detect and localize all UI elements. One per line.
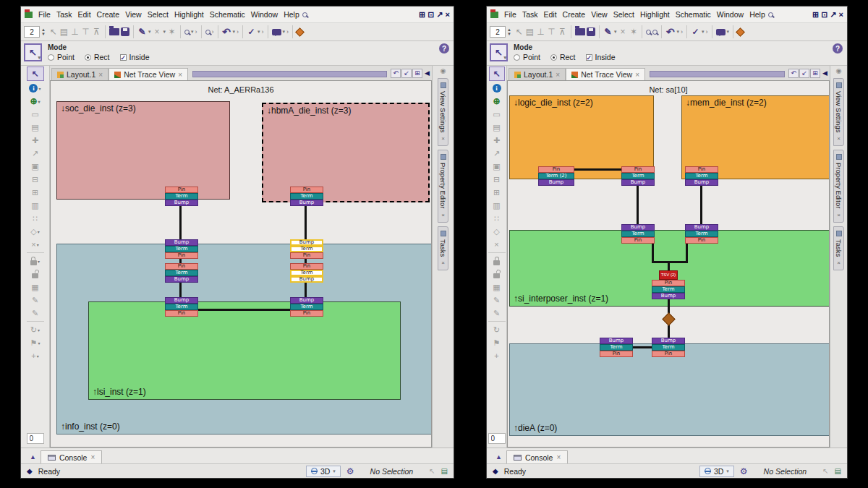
open-icon[interactable] [109, 28, 119, 35]
pin-row[interactable]: Pin [685, 237, 718, 244]
chevron-icon[interactable]: › [681, 28, 683, 35]
dropdown-icon[interactable]: ▾ [191, 29, 194, 35]
zoom-tool[interactable]: ⊕▾ [21, 95, 49, 108]
connector-stack-lsi-right[interactable]: Bump Term Pin [290, 297, 323, 317]
close-panel-icon[interactable]: × [440, 260, 446, 266]
depth-spinner[interactable] [490, 26, 506, 38]
connector-stack-info-top-right-highlighted[interactable]: Bump Term Pin [290, 239, 323, 259]
status-select-icon[interactable]: ↖ [822, 467, 828, 475]
collapse-panel-icon[interactable]: ◀ [822, 69, 827, 77]
dropdown-icon[interactable]: ▾ [676, 29, 679, 35]
popout-icon[interactable]: ↗ [830, 11, 836, 19]
menu-help[interactable]: Help [281, 9, 302, 20]
chevron-icon[interactable]: › [706, 28, 708, 35]
pick-tool-icon[interactable]: ↖ [514, 27, 524, 37]
align-top-icon[interactable]: ⊤ [81, 27, 90, 37]
point-radio[interactable] [514, 54, 520, 61]
properties-tool[interactable]: ▤ [487, 121, 506, 134]
delete-tool[interactable]: × [487, 238, 506, 251]
pick-tool-icon[interactable]: ↖ [48, 27, 58, 37]
bump-row[interactable]: Bump [165, 276, 198, 283]
connector-stack-info-mid-right-highlighted[interactable]: Pin Term Bump [290, 263, 323, 283]
draw-icon[interactable]: ✎ [137, 27, 147, 37]
bump-row-highlighted[interactable]: Bump [290, 239, 323, 246]
tab-net-trace-view[interactable]: Net Trace View× [109, 68, 188, 80]
pin-row[interactable]: Pin [652, 351, 685, 357]
close-tab-icon[interactable]: × [98, 71, 103, 79]
properties-tool[interactable]: ▤ [21, 121, 49, 134]
inside-checkbox[interactable]: ✓ [120, 54, 127, 61]
delete-icon[interactable]: × [152, 27, 161, 37]
settings-gear-icon[interactable]: ⚙ [740, 466, 748, 476]
search-icon[interactable] [768, 12, 773, 17]
tab-layout[interactable]: Layout.1× [51, 68, 109, 80]
pin-row[interactable]: Pin [621, 166, 655, 173]
bump-row[interactable]: Bump [538, 179, 574, 186]
pin-row[interactable]: Pin [600, 351, 633, 357]
pin-row[interactable]: Pin [165, 263, 198, 270]
panel-tab-property-editor[interactable]: Property Editor× [438, 150, 448, 222]
term-row[interactable]: Term [652, 344, 685, 351]
find-icon[interactable] [205, 30, 210, 35]
move-tool[interactable]: ✚ [21, 134, 49, 147]
bump-row[interactable]: Bump [685, 179, 718, 186]
term-row[interactable]: Term [685, 173, 718, 179]
current-tool-select[interactable]: ↖▾ [490, 43, 508, 61]
bump-row[interactable]: Bump [290, 200, 323, 206]
status-select-icon[interactable]: ↖ [429, 467, 435, 475]
dropdown-icon[interactable]: ▾ [148, 29, 151, 35]
menu-create[interactable]: Create [94, 9, 123, 20]
term-row-highlighted[interactable]: Term [290, 246, 323, 252]
pattern-tool[interactable]: ▦ [487, 281, 506, 294]
columns-tool[interactable]: ▥ [487, 199, 506, 212]
origin-tool[interactable]: + [487, 349, 506, 362]
bump-row[interactable]: Bump [165, 200, 198, 206]
bump-row[interactable]: Bump [290, 297, 323, 304]
unlock-tool[interactable] [21, 267, 49, 281]
close-console-icon[interactable]: × [90, 453, 95, 461]
term-row[interactable]: Term [685, 231, 718, 237]
bump-row-highlighted[interactable]: Bump [290, 276, 323, 283]
inside-checkbox[interactable]: ✓ [586, 54, 592, 61]
coordinate-input[interactable] [27, 433, 44, 444]
dropdown-icon[interactable]: ▾ [163, 29, 166, 35]
copy-tool[interactable]: ⊟ [487, 173, 506, 186]
restore-icon[interactable]: ⊡ [821, 11, 827, 19]
export-tool[interactable]: ↗ [487, 147, 506, 160]
pin-row[interactable]: Pin [685, 166, 718, 173]
menu-edit[interactable]: Edit [75, 9, 94, 20]
delete-tool[interactable]: ×▾ [21, 238, 49, 251]
align-bottom-icon[interactable]: ⊥ [70, 27, 80, 37]
panel-tab-property-editor[interactable]: Property Editor× [833, 150, 844, 222]
tab-net-trace-view[interactable]: Net Trace View× [566, 68, 645, 80]
draw-icon[interactable]: ✎ [603, 27, 613, 37]
menu-view[interactable]: View [588, 9, 610, 20]
bump-row[interactable]: Bump [165, 239, 198, 246]
chevron-icon[interactable]: › [262, 28, 264, 35]
die-hbma[interactable]: ↓hbmA_die_inst (z=3) [262, 103, 430, 202]
tab-layout[interactable]: Layout.1× [509, 68, 566, 80]
markup-icon[interactable]: ✓ [247, 27, 256, 37]
term-row[interactable]: Term [621, 173, 655, 179]
menu-file[interactable]: File [501, 9, 519, 20]
menu-select[interactable]: Select [610, 9, 637, 20]
panel-tab-tasks[interactable]: Tasks× [438, 226, 448, 270]
term-row[interactable]: Term [621, 231, 655, 237]
panel-tab-view-settings[interactable]: View Settings× [833, 78, 844, 146]
menu-file[interactable]: File [35, 9, 54, 20]
menu-edit[interactable]: Edit [541, 9, 560, 20]
close-icon[interactable]: × [446, 11, 450, 19]
chevron-icon[interactable]: › [286, 28, 289, 35]
bump-row[interactable]: Bump [652, 338, 685, 344]
dock-view-icon[interactable]: ↙ [799, 69, 809, 78]
help-button[interactable]: ? [439, 43, 449, 53]
settings-gear-icon[interactable]: ⚙ [346, 466, 354, 476]
dock-view-icon[interactable]: ↙ [401, 69, 412, 78]
menu-schematic[interactable]: Schematic [673, 9, 714, 20]
close-panel-icon[interactable]: × [835, 212, 842, 218]
menu-help[interactable]: Help [746, 9, 768, 20]
expand-console-icon[interactable]: ▲ [30, 453, 36, 461]
term-row[interactable]: Term [165, 246, 198, 252]
comment-icon[interactable] [716, 29, 726, 35]
bump-row[interactable]: Bump [600, 338, 633, 344]
